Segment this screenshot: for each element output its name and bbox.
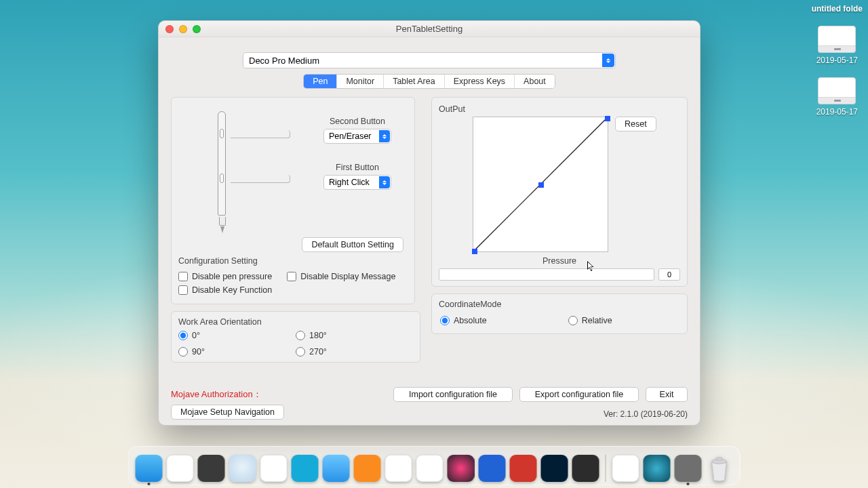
settings-window: PenTabletSetting Deco Pro Medium Pen Mon… — [158, 20, 701, 426]
dock — [128, 446, 741, 485]
first-button-label: First Button — [296, 163, 418, 172]
second-button-label: Second Button — [296, 117, 418, 126]
drive-label: 2019-05-17 — [812, 107, 863, 117]
dock-trash-icon[interactable] — [706, 455, 733, 482]
desktop-folder-label: untitled folde — [812, 4, 863, 14]
dock-app-maps[interactable] — [612, 455, 639, 482]
second-button-value: Pen/Eraser — [329, 131, 372, 141]
dock-app-generic-dark[interactable] — [572, 455, 599, 482]
dock-separator — [606, 455, 606, 482]
output-label: OutPut — [439, 104, 680, 114]
radio-orientation-270[interactable]: 270° — [296, 347, 413, 357]
pressure-bar — [439, 268, 654, 281]
mojave-setup-button[interactable]: Mojave Setup Navigation — [171, 405, 284, 420]
drive-label: 2019-05-17 — [812, 56, 863, 65]
dock-app-appstore[interactable] — [479, 455, 506, 482]
radio-absolute[interactable]: Absolute — [440, 316, 487, 325]
radio-label: Relative — [582, 316, 612, 325]
dock-app-numbers[interactable] — [416, 455, 443, 482]
tab-pen[interactable]: Pen — [304, 75, 337, 88]
dock-app-pentablet[interactable] — [675, 455, 702, 482]
checkbox-label: Disable Key Function — [192, 285, 272, 295]
dock-app-generic-orange[interactable] — [354, 455, 381, 482]
chevron-updown-icon — [602, 54, 614, 67]
reset-button[interactable]: Reset — [615, 117, 656, 131]
curve-handle-mid[interactable] — [538, 182, 544, 188]
first-button-select[interactable]: Right Click — [323, 175, 391, 190]
dock-app-quicktime[interactable] — [644, 455, 671, 482]
tab-monitor[interactable]: Monitor — [337, 75, 384, 88]
radio-orientation-90[interactable]: 90° — [178, 347, 296, 357]
window-title: PenTabletSetting — [159, 21, 700, 37]
dock-app-finder[interactable] — [136, 455, 163, 482]
dock-app-calendar[interactable] — [260, 455, 288, 482]
first-button-value: Right Click — [329, 178, 370, 187]
radio-label: 90° — [192, 347, 205, 357]
radio-relative[interactable]: Relative — [568, 316, 612, 325]
checkbox-label: Disable pen pressure — [192, 272, 272, 281]
pressure-curve-graph[interactable] — [473, 117, 608, 252]
coordinate-mode-title: CoordinateMode — [439, 300, 680, 309]
checkbox-label: Disable Display Message — [300, 272, 395, 281]
dock-app-photoshop[interactable] — [541, 455, 568, 482]
drive-icon-1[interactable]: 2019-05-17 — [812, 26, 863, 65]
second-button-select[interactable]: Pen/Eraser — [323, 129, 391, 144]
mojave-authorization-label: Mojave Authorization： — [171, 388, 262, 401]
radio-label: 0° — [192, 331, 200, 340]
dock-app-keynote[interactable] — [292, 455, 319, 482]
dock-app-safari[interactable] — [229, 455, 256, 482]
tab-about[interactable]: About — [515, 75, 555, 88]
dock-app-mail[interactable] — [323, 455, 350, 482]
device-dropdown-value: Deco Pro Medium — [249, 56, 319, 66]
export-config-button[interactable]: Export configuration file — [519, 387, 639, 402]
curve-handle-start[interactable] — [472, 249, 477, 254]
radio-label: Absolute — [454, 316, 487, 325]
radio-orientation-180[interactable]: 180° — [296, 331, 413, 340]
tab-tablet-area[interactable]: Tablet Area — [384, 75, 445, 88]
pressure-label: Pressure — [439, 256, 680, 266]
pen-config-panel: Second Button Pen/Eraser First Button Ri… — [171, 97, 415, 304]
radio-label: 180° — [309, 331, 327, 340]
svg-rect-2 — [717, 458, 722, 460]
default-button-setting[interactable]: Default Button Setting — [302, 237, 403, 252]
dock-app-notes[interactable] — [167, 455, 194, 482]
drive-icon-2[interactable]: 2019-05-17 — [812, 77, 863, 117]
dock-app-photos[interactable] — [448, 455, 475, 482]
tab-express-keys[interactable]: Express Keys — [445, 75, 515, 88]
version-label: Ver: 2.1.0 (2019-06-20) — [604, 409, 688, 419]
output-panel: OutPut Reset Pressure — [431, 97, 688, 287]
checkbox-disable-pen-pressure[interactable]: Disable pen pressure — [178, 272, 272, 281]
dock-app-launchpad[interactable] — [198, 455, 225, 482]
device-dropdown[interactable]: Deco Pro Medium — [243, 52, 616, 68]
curve-handle-end[interactable] — [605, 116, 610, 121]
dock-app-generic-red[interactable] — [510, 455, 537, 482]
exit-button[interactable]: Exit — [646, 387, 688, 402]
radio-label: 270° — [309, 347, 327, 357]
chevron-updown-icon — [379, 176, 390, 188]
tab-bar: Pen Monitor Tablet Area Express Keys Abo… — [171, 74, 688, 89]
orientation-panel: Work Area Orientation 0° 180° 90° 270° — [171, 311, 420, 363]
checkbox-disable-display-message[interactable]: Disable Display Message — [287, 272, 395, 281]
chevron-updown-icon — [379, 130, 390, 142]
pen-diagram-icon — [215, 107, 229, 233]
pressure-value: 0 — [658, 268, 680, 281]
coordinate-mode-panel: CoordinateMode Absolute Relative — [431, 293, 688, 334]
checkbox-disable-key-function[interactable]: Disable Key Function — [178, 285, 409, 295]
dock-app-generic-white[interactable] — [385, 455, 412, 482]
radio-orientation-0[interactable]: 0° — [178, 331, 296, 340]
import-config-button[interactable]: Import configuration file — [393, 387, 513, 402]
titlebar[interactable]: PenTabletSetting — [159, 21, 700, 37]
orientation-title: Work Area Orientation — [178, 317, 413, 327]
config-setting-title: Configuration Setting — [178, 256, 409, 266]
cursor-icon — [587, 261, 595, 272]
